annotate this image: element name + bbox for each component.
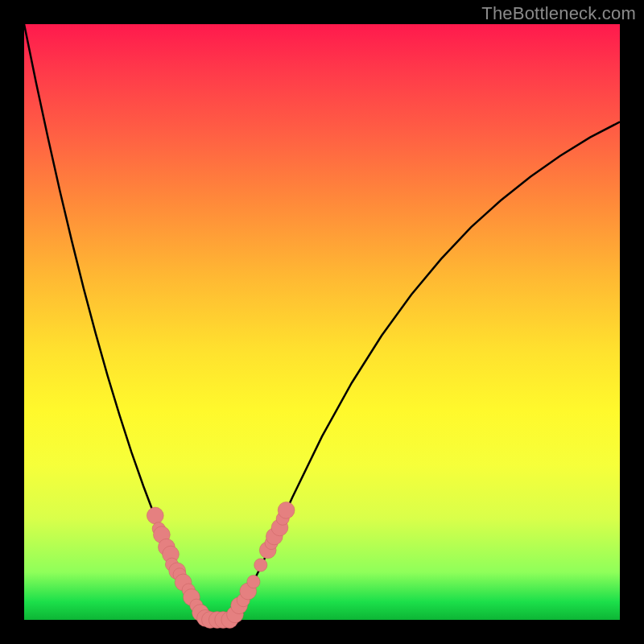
data-marker bbox=[278, 502, 295, 518]
chart-stage: TheBottleneck.com bbox=[0, 0, 644, 644]
data-markers bbox=[147, 502, 295, 628]
bottleneck-curve bbox=[24, 24, 620, 620]
data-marker bbox=[254, 559, 267, 572]
data-marker bbox=[147, 507, 163, 524]
data-marker bbox=[247, 576, 260, 588]
watermark-text: TheBottleneck.com bbox=[481, 3, 636, 24]
chart-overlay bbox=[24, 24, 620, 620]
